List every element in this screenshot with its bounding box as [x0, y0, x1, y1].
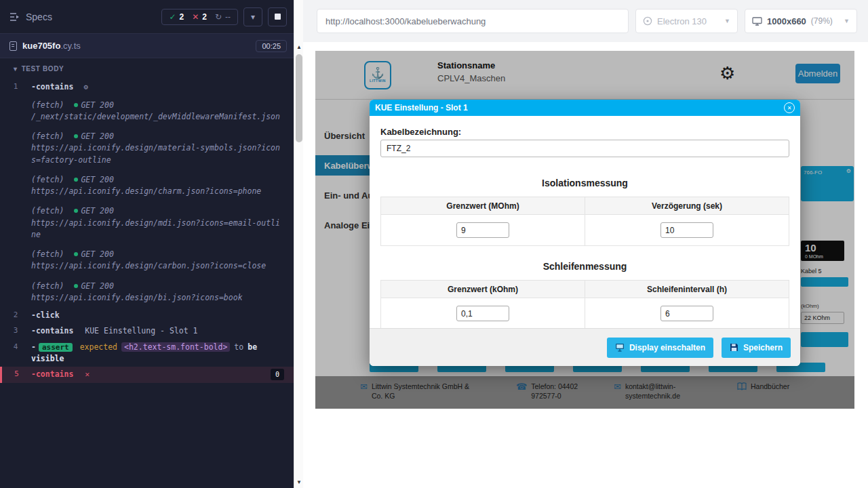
collapse-button[interactable]: ▾	[243, 7, 262, 26]
speichern-button[interactable]: Speichern	[722, 338, 791, 358]
fetch-tag: (fetch)	[31, 175, 64, 184]
iso-verzoegerung-input[interactable]	[660, 222, 713, 238]
modal-title: KUE Einstellung - Slot 1	[375, 103, 468, 113]
fetch-url: https://api.iconify.design/bi.json?icons…	[31, 292, 284, 304]
test-stats: ✓ 2 ✕ 2 ↻ --	[161, 9, 238, 25]
gear-icon: ⚙	[83, 83, 88, 92]
spec-timer: 00:25	[256, 40, 287, 52]
file-icon	[9, 41, 17, 51]
spec-file-row[interactable]: kue705fo.cy.ts 00:25	[0, 34, 294, 58]
iso-col-verzoegerung: Verzögerung (sek)	[585, 197, 789, 215]
command-log: 1 -contains ⚙ (fetch) GET 200 /_next/sta…	[0, 77, 294, 488]
fetch-url: https://api.iconify.design/charm.json?ic…	[31, 186, 284, 197]
status-dot	[74, 103, 78, 107]
isolationsmessung-title: Isolationsmessung	[380, 178, 789, 188]
status-dot	[74, 284, 78, 288]
url-input[interactable]	[317, 9, 629, 33]
fetch-log-row[interactable]: (fetch) GET 200 https://api.iconify.desi…	[0, 170, 294, 202]
fetch-url: https://api.iconify.design/material-symb…	[31, 142, 284, 166]
display-einschalten-button[interactable]: Display einschalten	[607, 338, 713, 358]
fetch-log-row[interactable]: (fetch) GET 200 https://api.iconify.desi…	[0, 277, 294, 308]
reporter-header: Specs ✓ 2 ✕ 2 ↻ -- ▾	[0, 0, 294, 34]
app-under-test: ⚓ LITTWIN Stationsname CPLV4_Maschen ⚙ A…	[315, 51, 854, 409]
modal-header: KUE Einstellung - Slot 1 ✕	[370, 100, 800, 116]
specs-label: Specs	[26, 12, 52, 22]
save-icon	[730, 343, 738, 352]
fetch-tag: (fetch)	[31, 281, 64, 291]
fetch-tag: (fetch)	[31, 206, 64, 216]
electron-icon	[643, 16, 652, 26]
scroll-up-arrow[interactable]: ▲	[294, 42, 304, 52]
test-body-toggle[interactable]: ▾ TEST BODY	[0, 58, 294, 77]
specs-list-icon	[9, 12, 20, 22]
schleifenmessung-title: Schleifenmessung	[380, 261, 789, 272]
spec-name: kue705fo	[22, 41, 60, 51]
scroll-down-arrow[interactable]: ▼	[294, 477, 304, 487]
retry-count-badge: 0	[271, 369, 284, 380]
fetch-log-row[interactable]: (fetch) GET 200 https://api.iconify.desi…	[0, 201, 294, 245]
fetch-log-row[interactable]: (fetch) GET 200 https://api.iconify.desi…	[0, 245, 294, 277]
specs-menu[interactable]: Specs	[9, 12, 52, 22]
chevron-down-icon: ▾	[14, 65, 18, 73]
fetch-log-row[interactable]: (fetch) GET 200 https://api.iconify.desi…	[0, 127, 294, 170]
spec-ext: .cy.ts	[60, 41, 80, 51]
stat-pending: ↻ --	[215, 12, 231, 22]
aut-panel: Electron 130 ▼ 1000x660 (79%) ▼ ⚓ L	[303, 0, 868, 488]
sch-intervall-input[interactable]	[660, 306, 713, 321]
chevron-down-icon: ▼	[844, 18, 850, 24]
status-dot	[74, 134, 78, 138]
fetch-tag: (fetch)	[31, 100, 64, 110]
fetch-tag: (fetch)	[31, 249, 64, 259]
fail-x-icon: ✕	[85, 369, 90, 379]
fetch-log-row[interactable]: (fetch) GET 200 /_next/static/developmen…	[0, 96, 294, 127]
display-icon	[615, 343, 625, 352]
status-dot	[74, 252, 78, 256]
command-row-contains-2[interactable]: 3 -contains KUE Einstellung - Slot 1	[0, 323, 294, 339]
iso-col-grenzwert: Grenzwert (MOhm)	[381, 197, 585, 215]
reporter-scrollbar[interactable]: ▲ ▼	[294, 0, 303, 488]
kabelbezeichnung-input[interactable]	[380, 140, 789, 157]
check-icon: ✓	[169, 12, 176, 22]
scrollbar-thumb[interactable]	[296, 54, 302, 142]
status-dot	[74, 178, 78, 182]
sch-col-grenzwert: Grenzwert (kOhm)	[381, 281, 585, 298]
fetch-tag: (fetch)	[31, 131, 64, 141]
cypress-reporter: Specs ✓ 2 ✕ 2 ↻ -- ▾	[0, 0, 294, 488]
refresh-icon: ↻	[215, 12, 222, 22]
x-icon: ✕	[192, 12, 199, 22]
assert-badge: assert	[39, 343, 73, 352]
screen: Specs ✓ 2 ✕ 2 ↻ -- ▾	[0, 0, 868, 488]
monitor-icon	[752, 17, 762, 26]
sch-col-intervall: Schleifenintervall (h)	[585, 281, 789, 298]
command-row-assert[interactable]: 4 -assert expected<h2.text-sm.font-bold>…	[0, 340, 294, 367]
stop-button[interactable]	[268, 7, 287, 26]
kue-settings-modal: KUE Einstellung - Slot 1 ✕ Kabelbezeichn…	[370, 100, 800, 366]
aut-toolbar: Electron 130 ▼ 1000x660 (79%) ▼	[303, 0, 868, 42]
fetch-url: /_next/static/development/_devMiddleware…	[31, 111, 284, 123]
sch-grenzwert-input[interactable]	[456, 306, 509, 321]
browser-selector[interactable]: Electron 130 ▼	[635, 9, 738, 33]
fetch-url: https://api.iconify.design/mdi.json?icon…	[31, 218, 284, 241]
viewport-selector[interactable]: 1000x660 (79%) ▼	[745, 9, 857, 33]
command-row-contains-failed[interactable]: 5 -contains ✕ 0	[0, 367, 294, 382]
stop-icon	[275, 14, 281, 20]
stat-failed: ✕ 2	[192, 12, 207, 22]
contains-argument: KUE Einstellung - Slot 1	[85, 326, 197, 336]
aut-stage: ⚓ LITTWIN Stationsname CPLV4_Maschen ⚙ A…	[303, 42, 868, 488]
fetch-url: https://api.iconify.design/carbon.json?i…	[31, 260, 284, 272]
modal-body: Kabelbezeichnung: Isolationsmessung Gren…	[370, 116, 800, 329]
command-row-click[interactable]: 2 -click	[0, 308, 294, 323]
isolation-table: Grenzwert (MOhm) Verzögerung (sek)	[380, 197, 789, 246]
status-dot	[74, 209, 78, 213]
chevron-down-icon: ▼	[724, 18, 730, 24]
assert-selector: <h2.text-sm.font-bold>	[121, 342, 230, 352]
command-row-contains-1[interactable]: 1 -contains ⚙	[0, 79, 294, 96]
kabelbezeichnung-label: Kabelbezeichnung:	[380, 127, 789, 137]
schleifen-table: Grenzwert (kOhm) Schleifenintervall (h)	[380, 280, 789, 329]
iso-grenzwert-input[interactable]	[456, 222, 509, 238]
close-icon[interactable]: ✕	[784, 102, 795, 113]
modal-footer: Display einschalten Speichern	[370, 328, 800, 366]
stat-passed: ✓ 2	[169, 12, 184, 22]
